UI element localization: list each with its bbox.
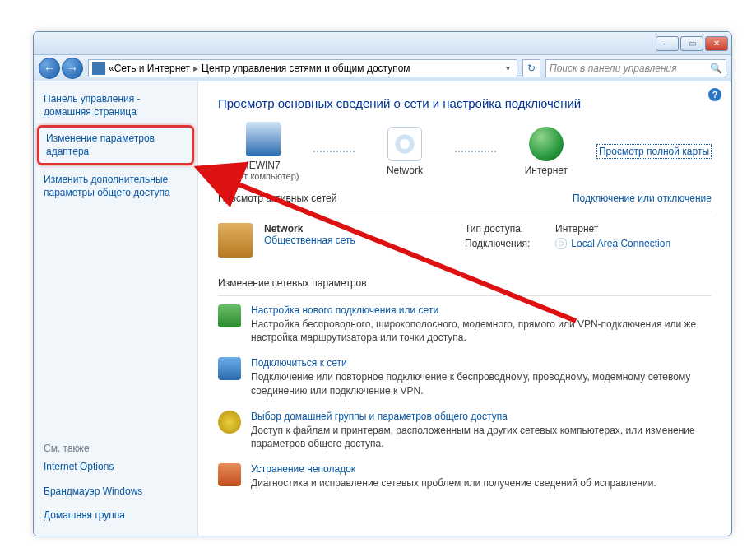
titlebar: — ▭ ✕ — [34, 32, 731, 55]
divider — [218, 211, 712, 211]
task-desc: Подключение или повторное подключение к … — [251, 370, 712, 397]
sidebar-advanced-sharing-link[interactable]: Изменить дополнительные параметры общего… — [44, 174, 188, 199]
prop-conn-key: Подключения: — [465, 238, 547, 249]
prop-access-key: Тип доступа: — [465, 223, 547, 235]
network-type-link[interactable]: Общественная сеть — [264, 235, 355, 246]
map-this-pc: IEWIN7 (этот компьютер) — [218, 122, 308, 181]
sidebar: Панель управления - домашняя страница Из… — [34, 81, 198, 536]
forward-button[interactable]: → — [62, 58, 83, 79]
breadcrumb-dropdown-icon[interactable]: ▾ — [503, 63, 513, 72]
close-button[interactable]: ✕ — [705, 36, 728, 51]
connect-disconnect-link[interactable]: Подключение или отключение — [573, 193, 712, 204]
map-pc-name: IEWIN7 — [218, 160, 308, 171]
sidebar-adapter-settings-link[interactable]: Изменение параметров адаптера — [46, 132, 185, 158]
sidebar-firewall-link[interactable]: Брандмауэр Windows — [44, 485, 188, 499]
task-desc: Доступ к файлам и принтерам, расположенн… — [251, 424, 712, 450]
active-networks-title: Просмотр активных сетей Подключение или … — [218, 193, 712, 204]
search-icon: 🔍 — [710, 63, 722, 74]
map-internet-name: Интернет — [501, 165, 591, 176]
network-properties: Тип доступа: Интернет Подключения: Local… — [465, 223, 712, 253]
page-title: Просмотр основных сведений о сети и наст… — [218, 96, 712, 110]
prop-access-value: Интернет — [555, 223, 598, 235]
see-also-header: См. также — [44, 443, 188, 454]
homegroup-icon — [218, 411, 241, 434]
breadcrumb-sep: ▸ — [193, 63, 198, 74]
change-settings-title: Изменение сетевых параметров — [218, 277, 712, 289]
refresh-button[interactable]: ↻ — [522, 59, 540, 77]
back-button[interactable]: ← — [39, 58, 60, 79]
task-link[interactable]: Настройка нового подключения или сети — [251, 304, 712, 316]
task-desc: Настройка беспроводного, широкополосного… — [251, 318, 712, 344]
map-connector — [455, 151, 496, 152]
highlight-adapter-settings: Изменение параметров адаптера — [37, 125, 194, 165]
bench-icon — [218, 223, 253, 258]
breadcrumb-prefix: « — [109, 63, 114, 74]
connection-icon — [555, 238, 567, 249]
sidebar-home-link[interactable]: Панель управления - домашняя страница — [44, 93, 188, 118]
sidebar-internet-options-link[interactable]: Internet Options — [44, 461, 188, 474]
maximize-button[interactable]: ▭ — [680, 36, 703, 51]
minimize-button[interactable]: — — [656, 36, 679, 51]
task-new-connection: Настройка нового подключения или сети На… — [218, 304, 712, 344]
window: — ▭ ✕ ← → « Сеть и Интернет ▸ Центр упра… — [33, 31, 732, 536]
map-connector — [313, 151, 355, 152]
map-pc-sub: (этот компьютер) — [218, 171, 308, 181]
sidebar-footer: См. также Internet Options Брандмауэр Wi… — [44, 443, 188, 522]
task-troubleshoot: Устранение неполадок Диагностика и испра… — [218, 463, 712, 490]
network-name: Network — [264, 223, 355, 235]
full-map-link[interactable]: Просмотр полной карты — [596, 144, 712, 159]
help-icon[interactable]: ? — [708, 88, 721, 101]
active-network-item: Network Общественная сеть Тип доступа: И… — [218, 220, 712, 266]
search-input[interactable]: Поиск в панели управления 🔍 — [545, 59, 726, 77]
connection-link[interactable]: Local Area Connection — [571, 238, 670, 249]
control-panel-icon — [92, 62, 105, 75]
task-link[interactable]: Устранение неполадок — [251, 463, 656, 475]
task-homegroup: Выбор домашней группы и параметров общег… — [218, 411, 712, 450]
task-desc: Диагностика и исправление сетевых пробле… — [251, 476, 656, 490]
breadcrumb[interactable]: « Сеть и Интернет ▸ Центр управления сет… — [88, 59, 517, 77]
content: ? Просмотр основных сведений о сети и на… — [198, 81, 731, 536]
breadcrumb-item[interactable]: Сеть и Интернет — [114, 63, 190, 74]
troubleshoot-icon — [218, 463, 241, 486]
task-connect-network: Подключиться к сети Подключение или повт… — [218, 357, 712, 397]
network-map: IEWIN7 (этот компьютер) Network Интернет… — [218, 122, 712, 181]
computer-icon — [246, 122, 281, 156]
network-icon — [387, 127, 422, 161]
task-link[interactable]: Подключиться к сети — [251, 357, 712, 369]
search-placeholder: Поиск в панели управления — [550, 63, 677, 74]
address-bar: ← → « Сеть и Интернет ▸ Центр управления… — [34, 55, 731, 81]
sidebar-homegroup-link[interactable]: Домашняя группа — [44, 509, 188, 522]
divider — [218, 295, 712, 296]
connect-icon — [218, 357, 241, 380]
globe-icon — [529, 127, 564, 161]
map-internet: Интернет — [501, 127, 591, 176]
map-network-name: Network — [359, 165, 450, 176]
breadcrumb-item[interactable]: Центр управления сетями и общим доступом — [202, 63, 410, 74]
task-link[interactable]: Выбор домашней группы и параметров общег… — [251, 411, 712, 422]
plug-icon — [218, 304, 241, 327]
map-network: Network — [359, 127, 450, 176]
